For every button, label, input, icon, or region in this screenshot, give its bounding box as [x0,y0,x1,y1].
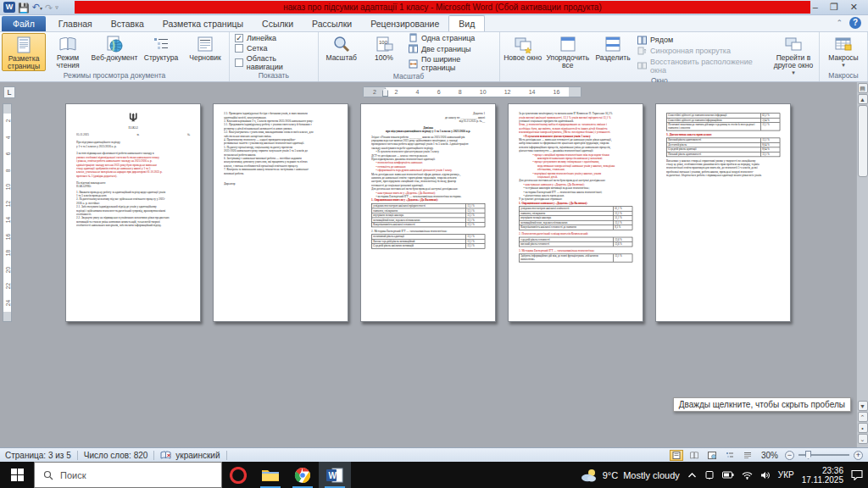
split-button[interactable]: Разделить [592,33,634,76]
doc-line: педагогічні. Зберігається робота з підви… [666,174,780,177]
save-icon[interactable]: 💾 [18,3,30,13]
zoom-slider-thumb[interactable] [805,451,811,459]
gridlines-checkbox[interactable]: Сетка [235,44,313,53]
zoom-button[interactable]: Масштаб [320,33,363,72]
tab-stop-selector[interactable]: L [3,86,15,98]
doc-table: середній рівень готовності13,6 %високий … [519,237,632,247]
taskbar-clock[interactable]: 23:36 17.11.2025 [802,466,843,485]
outline-button[interactable]: Структура [139,33,183,71]
dropdown-arrow-icon: ▾ [792,69,795,76]
undo-icon[interactable]: ↶▾ [32,2,42,14]
document-page[interactable]: За результатами моніторингу та визначенн… [508,103,643,322]
view-print-layout-button[interactable] [670,450,683,461]
taskbar-word-icon[interactable]: W [319,462,351,488]
reading-mode-button[interactable]: Режим чтения [46,33,90,71]
print-layout-button[interactable]: Разметка страницы [2,33,46,71]
proofing-icon[interactable] [160,451,171,460]
tablet-mode-icon[interactable] [704,470,715,480]
scrollbar-thumb[interactable] [858,105,868,177]
restore-button[interactable]: ❐ [830,2,838,13]
view-side-by-side-button[interactable]: Рядом [637,36,766,45]
battery-icon[interactable] [722,471,734,479]
scroll-down-icon[interactable]: ▼ [858,401,868,411]
navigation-pane-checkbox[interactable]: Область навигации [235,54,313,71]
weather-text: Mostly cloudy [623,470,680,480]
switch-windows-button[interactable]: Перейти в другое окно ▾ [770,33,817,76]
help-icon[interactable]: ? [849,17,861,29]
hide-whitespace-tooltip: Дважды щелкните, чтобы скрыть пробелы [673,397,851,412]
ribbon-group-macros: Макросы ▾ Макросы [820,32,868,81]
ruler-toggle-icon[interactable]: ▤ [858,83,868,93]
sync-scrolling-icon [637,47,647,56]
draft-button[interactable]: Черновик [183,33,227,71]
word-count[interactable]: Число слов: 820 [84,451,148,460]
split-label: Разделить [595,54,630,62]
doc-line: 2. Методика Експертний ІГТ — загальношкі… [371,229,485,232]
view-reading-button[interactable] [687,450,701,461]
doc-line: особистості навчальних матеріалів, забез… [76,224,190,227]
ruler-checkbox[interactable]: ✓ Линейка [235,34,313,42]
trident-emblem [76,113,190,123]
document-page[interactable]: 2.3. Проводити індивідуальні бесіди з ба… [213,103,348,322]
close-button[interactable]: ✕ [850,2,858,13]
web-layout-button[interactable]: Веб-документ [90,33,139,71]
language-indicator[interactable]: украинский [175,451,220,460]
new-window-button[interactable]: Новое окно [502,33,544,76]
two-pages-button[interactable]: Две страницы [409,44,493,53]
tab-view[interactable]: Вид [448,15,485,31]
tab-review[interactable]: Рецензирование [361,16,448,31]
vertical-scrollbar[interactable]: ▤ ▲ ▼ ⌃ • ⌄ [856,82,868,447]
view-draft-button[interactable] [741,450,754,461]
previous-page-icon[interactable]: ⌃ [858,412,868,422]
tab-file[interactable]: Файл [2,16,46,31]
zoom-100-button[interactable]: 100 100% [363,33,405,72]
collapse-ribbon-icon[interactable]: ⌃ [836,19,843,27]
wifi-icon[interactable] [742,471,753,480]
zoom-100-icon: 100 [375,35,393,53]
volume-icon[interactable] [760,471,771,480]
one-page-button[interactable]: Одна страница [409,33,493,42]
zoom-slider[interactable] [798,454,849,456]
next-page-icon[interactable]: ⌄ [858,434,868,444]
clock-date: 17.11.2025 [802,475,843,485]
zoom-in-icon[interactable]: + [854,451,863,460]
tab-home[interactable]: Главная [49,16,102,31]
taskbar-weather[interactable]: 9°C Mostly cloudy [581,469,680,482]
tab-mailings[interactable]: Рассылки [303,16,361,31]
document-page[interactable]: Додаток 1до наказу по ____________ школі… [360,103,496,322]
qat-customize-icon[interactable]: ▿ [55,3,58,13]
tray-expand-icon[interactable] [687,472,697,479]
document-page[interactable]: Самостійні здібності до навчання власних… [655,103,791,322]
taskbar-search[interactable]: Поиск [34,462,222,488]
taskbar-opera-icon[interactable] [222,462,254,488]
macros-button[interactable]: Макросы ▾ [821,33,865,71]
doc-table: позитивний рівень адаптації13,1 %Високо-… [371,234,485,248]
ruler-scale: 246810121416 [386,87,569,97]
print-layout-icon [14,36,33,54]
windows-logo-icon [11,469,24,481]
doc-line: 3. Діагностична анкета проведення: [666,133,780,136]
tab-references[interactable]: Ссылки [253,16,303,31]
language-tray-indicator[interactable]: УКР [778,470,794,480]
minimize-button[interactable]: – [813,2,818,13]
action-center-icon[interactable] [851,469,863,480]
view-outline-button[interactable] [723,450,737,461]
zoom-out-icon[interactable]: − [785,451,794,460]
word-app-icon[interactable]: W [3,2,15,13]
page-width-button[interactable]: По ширине страницы [409,55,493,72]
taskbar-chrome-icon[interactable] [287,462,319,488]
taskbar-explorer-icon[interactable] [254,462,287,488]
reset-window-icon [637,61,647,70]
view-web-button[interactable] [705,450,719,461]
start-button[interactable] [0,462,34,488]
document-page[interactable]: НАКАЗ05.11.2025м.№Про підсумки адаптацій… [65,103,201,322]
page-indicator[interactable]: Страница: 3 из 5 [5,451,71,460]
tab-page-layout[interactable]: Разметка страницы [153,16,253,31]
select-browse-object-icon[interactable]: • [858,423,868,433]
zoom-percentage[interactable]: 30% [761,451,778,460]
redo-icon[interactable]: ↷ [45,3,53,13]
horizontal-ruler: 2 246810121416 [363,86,581,97]
tab-insert[interactable]: Вставка [102,16,153,31]
arrange-all-button[interactable]: Упорядочить все [544,33,592,76]
scroll-up-icon[interactable]: ▲ [858,94,868,104]
